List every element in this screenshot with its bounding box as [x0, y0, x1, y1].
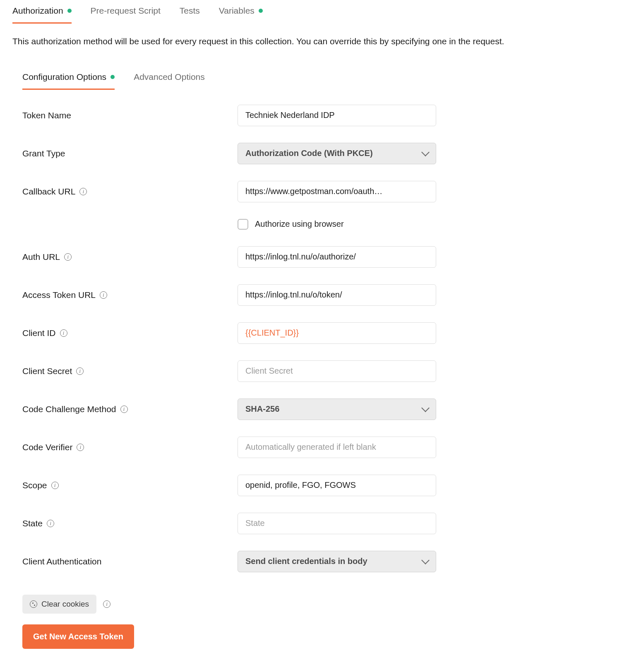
label-state: State	[22, 518, 43, 528]
label-client-secret: Client Secret	[22, 366, 72, 376]
status-dot-icon	[259, 9, 263, 13]
tab-variables[interactable]: Variables	[219, 0, 263, 24]
callback-url-input[interactable]	[238, 181, 436, 202]
label-token-name: Token Name	[22, 110, 71, 120]
row-client-id: Client ID i	[22, 322, 461, 344]
info-icon[interactable]: i	[76, 367, 84, 375]
label-code-verifier: Code Verifier	[22, 442, 72, 452]
clear-cookies-button[interactable]: Clear cookies	[22, 595, 96, 614]
status-dot-icon	[110, 75, 115, 79]
row-code-verifier: Code Verifier i	[22, 437, 461, 458]
tab-variables-label: Variables	[219, 6, 255, 16]
row-access-token-url: Access Token URL i	[22, 284, 461, 306]
info-icon[interactable]: i	[47, 520, 54, 527]
row-auth-url: Auth URL i	[22, 246, 461, 268]
state-input[interactable]	[238, 513, 436, 534]
main-tabs: Authorization Pre-request Script Tests V…	[12, 0, 622, 24]
info-icon[interactable]: i	[51, 482, 59, 489]
tab-authorization[interactable]: Authorization	[12, 0, 72, 24]
label-authorize-browser: Authorize using browser	[255, 219, 344, 229]
code-challenge-method-select[interactable]: SHA-256	[238, 398, 436, 420]
info-icon[interactable]: i	[103, 600, 110, 608]
get-new-access-token-button[interactable]: Get New Access Token	[22, 624, 134, 649]
sub-tab-configuration-label: Configuration Options	[22, 72, 106, 82]
configuration-form: Token Name Grant Type Authorization Code…	[22, 105, 461, 572]
info-icon[interactable]: i	[77, 444, 84, 451]
sub-tab-advanced-label: Advanced Options	[134, 72, 205, 82]
label-client-id: Client ID	[22, 328, 56, 338]
chevron-down-icon	[421, 148, 430, 156]
scope-input[interactable]	[238, 475, 436, 496]
info-icon[interactable]: i	[79, 188, 87, 195]
row-state: State i	[22, 513, 461, 534]
grant-type-value: Authorization Code (With PKCE)	[245, 149, 373, 158]
clear-cookies-label: Clear cookies	[41, 600, 89, 609]
sub-tab-configuration[interactable]: Configuration Options	[22, 72, 115, 90]
client-secret-input[interactable]	[238, 360, 436, 382]
code-challenge-method-value: SHA-256	[245, 404, 279, 414]
label-grant-type: Grant Type	[22, 149, 65, 158]
label-scope: Scope	[22, 480, 47, 490]
authorization-description: This authorization method will be used f…	[12, 35, 622, 48]
row-callback-url: Callback URL i	[22, 181, 461, 202]
info-icon[interactable]: i	[120, 406, 128, 413]
status-dot-icon	[67, 9, 72, 13]
access-token-url-input[interactable]	[238, 284, 436, 306]
client-id-input[interactable]	[238, 322, 436, 344]
tab-prerequest-label: Pre-request Script	[91, 6, 161, 16]
grant-type-select[interactable]: Authorization Code (With PKCE)	[238, 143, 436, 164]
footer-actions: Clear cookies i Get New Access Token	[22, 595, 622, 649]
tab-tests[interactable]: Tests	[180, 0, 200, 24]
row-authorize-browser: Authorize using browser	[22, 219, 461, 230]
label-callback-url: Callback URL	[22, 187, 75, 197]
row-client-secret: Client Secret i	[22, 360, 461, 382]
tab-authorization-label: Authorization	[12, 6, 63, 16]
label-client-authentication: Client Authentication	[22, 557, 101, 566]
config-sub-tabs: Configuration Options Advanced Options	[22, 72, 622, 90]
clear-cookies-row: Clear cookies i	[22, 595, 110, 614]
client-authentication-select[interactable]: Send client credentials in body	[238, 551, 436, 572]
authorize-browser-checkbox[interactable]	[238, 219, 248, 230]
label-code-challenge-method: Code Challenge Method	[22, 404, 116, 414]
auth-url-input[interactable]	[238, 246, 436, 268]
label-auth-url: Auth URL	[22, 252, 60, 262]
info-icon[interactable]: i	[64, 253, 72, 261]
sub-tab-advanced[interactable]: Advanced Options	[134, 72, 205, 90]
row-token-name: Token Name	[22, 105, 461, 126]
tab-tests-label: Tests	[180, 6, 200, 16]
label-access-token-url: Access Token URL	[22, 290, 96, 300]
tab-prerequest-script[interactable]: Pre-request Script	[91, 0, 161, 24]
cookie-icon	[30, 600, 37, 608]
row-code-challenge-method: Code Challenge Method i SHA-256	[22, 398, 461, 420]
get-token-label: Get New Access Token	[33, 632, 123, 641]
info-icon[interactable]: i	[100, 291, 107, 299]
chevron-down-icon	[421, 404, 430, 412]
client-authentication-value: Send client credentials in body	[245, 557, 367, 566]
row-grant-type: Grant Type Authorization Code (With PKCE…	[22, 143, 461, 164]
chevron-down-icon	[421, 556, 430, 564]
token-name-input[interactable]	[238, 105, 436, 126]
row-client-authentication: Client Authentication Send client creden…	[22, 551, 461, 572]
code-verifier-input[interactable]	[238, 437, 436, 458]
info-icon[interactable]: i	[60, 329, 67, 337]
row-scope: Scope i	[22, 475, 461, 496]
